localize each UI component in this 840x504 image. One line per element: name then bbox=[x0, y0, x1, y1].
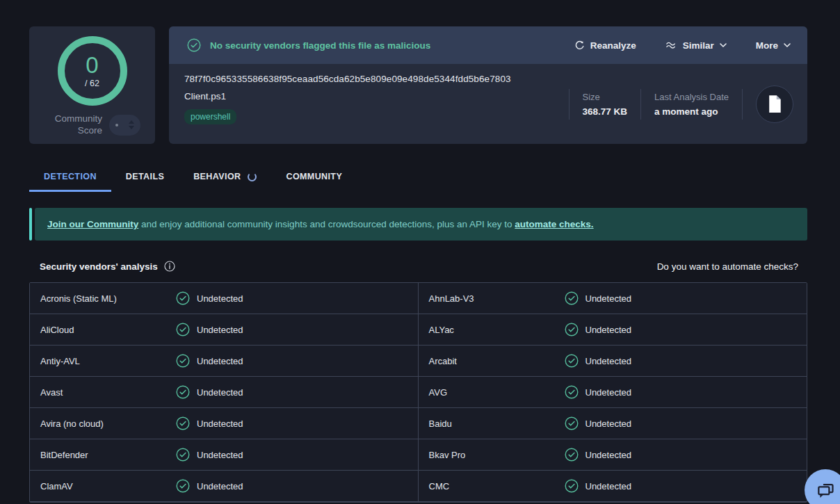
community-banner: Join our Community and enjoy additional … bbox=[29, 208, 807, 241]
banner-body-text: and enjoy additional community insights … bbox=[138, 219, 515, 229]
tab-detection[interactable]: DETECTION bbox=[29, 161, 111, 192]
size-value: 368.77 KB bbox=[583, 106, 628, 117]
vendor-status: Undetected bbox=[565, 291, 632, 305]
vendor-status: Undetected bbox=[176, 448, 243, 462]
file-thumbnail bbox=[756, 86, 793, 123]
tab-behavior[interactable]: BEHAVIOR bbox=[179, 161, 271, 192]
check-circle-icon bbox=[565, 291, 579, 305]
community-vote-selector[interactable] bbox=[109, 115, 140, 136]
vendor-name: AVG bbox=[429, 387, 565, 398]
similar-button[interactable]: Similar bbox=[665, 40, 727, 51]
vendor-name: Acronis (Static ML) bbox=[40, 293, 176, 304]
vendor-name: Baidu bbox=[429, 418, 565, 429]
document-icon bbox=[767, 95, 782, 113]
vendor-status: Undetected bbox=[565, 385, 632, 399]
vendor-cell: AliCloud Undetected bbox=[30, 314, 419, 346]
check-circle-icon bbox=[176, 385, 190, 399]
chevron-down-icon bbox=[784, 43, 791, 47]
check-circle-icon bbox=[565, 448, 579, 462]
vendor-status-label: Undetected bbox=[585, 450, 632, 460]
vendor-status-label: Undetected bbox=[197, 293, 243, 304]
vendor-status: Undetected bbox=[565, 448, 632, 462]
check-circle-icon bbox=[176, 448, 190, 462]
vendor-name: Avira (no cloud) bbox=[40, 418, 176, 429]
vendor-status: Undetected bbox=[176, 479, 243, 493]
last-analysis-value: a moment ago bbox=[654, 106, 729, 117]
file-name: Client.ps1 bbox=[184, 91, 569, 101]
join-community-link[interactable]: Join our Community bbox=[47, 219, 138, 229]
file-meta: Size 368.77 KB Last Analysis Date a mome… bbox=[569, 64, 808, 144]
vendor-status-label: Undetected bbox=[197, 356, 243, 366]
file-sha256: 78f7f0c965335586638f95ceaad56cda62b5e809… bbox=[184, 74, 569, 84]
analysis-title: Security vendors' analysis bbox=[40, 261, 158, 272]
vendor-status: Undetected bbox=[176, 291, 243, 305]
vendor-status: Undetected bbox=[565, 479, 632, 493]
more-button[interactable]: More bbox=[756, 40, 791, 51]
detection-score-ring: 0 / 62 bbox=[58, 36, 127, 106]
vendor-status-label: Undetected bbox=[197, 325, 243, 335]
vendor-status-label: Undetected bbox=[585, 356, 632, 366]
check-circle-icon bbox=[565, 416, 579, 430]
wave-lines-icon bbox=[665, 41, 677, 49]
chat-support-button[interactable] bbox=[805, 469, 840, 504]
automate-checks-link[interactable]: automate checks. bbox=[515, 219, 593, 229]
check-circle-icon bbox=[176, 354, 190, 368]
file-actions: Reanalyze Similar More bbox=[574, 40, 791, 51]
check-circle-icon bbox=[565, 354, 579, 368]
refresh-icon bbox=[574, 40, 585, 51]
file-identity: 78f7f0c965335586638f95ceaad56cda62b5e809… bbox=[169, 64, 569, 144]
vendor-cell: AVG Undetected bbox=[419, 377, 807, 408]
caret-up-down-icon bbox=[129, 120, 134, 129]
info-circle-icon[interactable] bbox=[164, 261, 175, 272]
vendor-cell: ClamAV Undetected bbox=[30, 471, 419, 502]
size-label: Size bbox=[583, 92, 628, 102]
file-type-tag[interactable]: powershell bbox=[184, 109, 236, 124]
vendor-cell: AhnLab-V3 Undetected bbox=[419, 283, 807, 314]
verdict-bar: No security vendors flagged this file as… bbox=[169, 26, 807, 64]
community-score-label: Community Score bbox=[44, 113, 102, 137]
detection-score-value: 0 bbox=[86, 54, 98, 76]
vendor-cell: Antiy-AVL Undetected bbox=[30, 346, 419, 377]
reanalyze-label: Reanalyze bbox=[590, 40, 636, 51]
loading-spinner-icon bbox=[248, 172, 257, 181]
vendor-status-label: Undetected bbox=[197, 418, 243, 429]
reanalyze-button[interactable]: Reanalyze bbox=[574, 40, 636, 51]
vendor-name: Antiy-AVL bbox=[40, 356, 176, 366]
tab-community-label: COMMUNITY bbox=[286, 172, 342, 181]
file-summary-card: No security vendors flagged this file as… bbox=[169, 26, 807, 144]
analysis-header: Security vendors' analysis Do you want t… bbox=[29, 256, 807, 277]
detection-score-denominator: / 62 bbox=[85, 79, 99, 88]
vendor-name: ClamAV bbox=[40, 481, 176, 491]
vendor-status-label: Undetected bbox=[585, 418, 632, 429]
tab-community[interactable]: COMMUNITY bbox=[271, 161, 357, 192]
vendor-cell: Avira (no cloud) Undetected bbox=[30, 408, 419, 439]
vendor-analysis-table: Acronis (Static ML) Undetected AhnLab-V3… bbox=[29, 282, 807, 503]
vendor-cell: ALYac Undetected bbox=[419, 314, 807, 346]
chevron-down-icon bbox=[720, 43, 727, 47]
tab-details[interactable]: DETAILS bbox=[111, 161, 179, 192]
vendor-status: Undetected bbox=[176, 385, 243, 399]
check-circle-icon bbox=[565, 385, 579, 399]
vendor-cell: Acronis (Static ML) Undetected bbox=[30, 283, 419, 314]
vendor-name: ALYac bbox=[429, 325, 565, 335]
vendor-status-label: Undetected bbox=[197, 481, 243, 491]
vendor-status-label: Undetected bbox=[197, 387, 243, 398]
file-size-group: Size 368.77 KB bbox=[570, 92, 641, 117]
vendor-name: Bkav Pro bbox=[429, 450, 565, 460]
vendor-name: Arcabit bbox=[429, 356, 565, 366]
automate-checks-prompt[interactable]: Do you want to automate checks? bbox=[657, 261, 798, 272]
vendor-status-label: Undetected bbox=[585, 387, 632, 398]
check-circle-icon bbox=[565, 479, 579, 493]
vendor-status: Undetected bbox=[176, 323, 243, 336]
vendor-status-label: Undetected bbox=[197, 450, 243, 460]
vendor-name: AhnLab-V3 bbox=[429, 293, 565, 304]
vote-face-icon bbox=[115, 124, 118, 127]
check-circle-icon bbox=[176, 291, 190, 305]
community-score-row: Community Score bbox=[29, 113, 155, 137]
vendor-cell: CMC Undetected bbox=[419, 471, 807, 502]
vendor-name: Avast bbox=[40, 387, 176, 398]
check-circle-icon bbox=[176, 323, 190, 336]
vendor-cell: Bkav Pro Undetected bbox=[419, 439, 807, 471]
banner-accent-bar bbox=[29, 208, 32, 241]
vendor-cell: BitDefender Undetected bbox=[30, 439, 419, 471]
